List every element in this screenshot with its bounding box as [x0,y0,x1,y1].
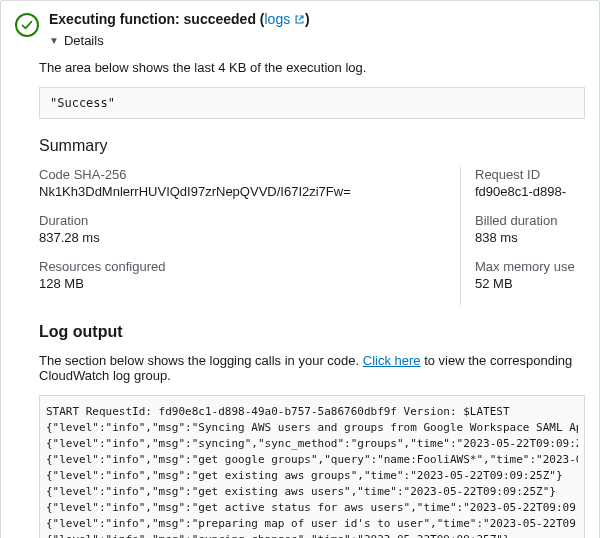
resources-label: Resources configured [39,259,460,274]
log-line: {"level":"info","msg":"syncing","sync_me… [46,436,578,452]
summary-max-memory: Max memory use 52 MB [475,259,585,291]
summary-heading: Summary [39,137,585,155]
triangle-down-icon: ▼ [49,35,59,46]
duration-value: 837.28 ms [39,230,460,245]
billed-label: Billed duration [475,213,585,228]
request-id-label: Request ID [475,167,585,182]
execution-result-panel: Executing function: succeeded (logs ) ▼ … [0,0,600,538]
log-output-heading: Log output [39,323,585,341]
sha-label: Code SHA-256 [39,167,460,182]
title-prefix: Executing function: [49,11,184,27]
resources-value: 128 MB [39,276,460,291]
success-icon [15,13,39,37]
max-mem-value: 52 MB [475,276,585,291]
result-output: "Success" [39,87,585,119]
billed-value: 838 ms [475,230,585,245]
execution-log-description: The area below shows the last 4 KB of th… [39,60,585,75]
summary-sha: Code SHA-256 Nk1Kh3DdMnlerrHUVIQdI97zrNe… [39,167,460,199]
summary-grid: Code SHA-256 Nk1Kh3DdMnlerrHUVIQdI97zrNe… [39,167,585,305]
log-line: {"level":"info","msg":"preparing map of … [46,516,578,532]
log-line: {"level":"info","msg":"get google groups… [46,452,578,468]
summary-duration: Duration 837.28 ms [39,213,460,245]
summary-billed: Billed duration 838 ms [475,213,585,245]
cloudwatch-link[interactable]: Click here [363,353,421,368]
max-mem-label: Max memory use [475,259,585,274]
details-toggle[interactable]: ▼ Details [49,33,585,48]
details-label: Details [64,33,104,48]
log-line: {"level":"info","msg":"get active status… [46,500,578,516]
panel-title: Executing function: succeeded (logs ) [49,11,585,27]
log-desc-pre: The section below shows the logging call… [39,353,363,368]
log-line: {"level":"info","msg":"get existing aws … [46,468,578,484]
summary-request-id: Request ID fd90e8c1-d898- [475,167,585,199]
panel-content: The area below shows the last 4 KB of th… [1,60,599,538]
log-output-description: The section below shows the logging call… [39,353,585,383]
logs-link[interactable]: logs [265,11,306,27]
log-line: {"level":"info","msg":"syncing changes",… [46,532,578,539]
status-text: succeeded [184,11,256,27]
sha-value: Nk1Kh3DdMnlerrHUVIQdI97zrNepQVVD/I67I2zi… [39,184,460,199]
log-line: START RequestId: fd90e8c1-d898-49a0-b757… [46,404,578,420]
duration-label: Duration [39,213,460,228]
panel-header: Executing function: succeeded (logs ) ▼ … [1,1,599,48]
log-output-box: START RequestId: fd90e8c1-d898-49a0-b757… [39,395,585,538]
summary-resources: Resources configured 128 MB [39,259,460,291]
request-id-value: fd90e8c1-d898- [475,184,585,199]
log-line: {"level":"info","msg":"get existing aws … [46,484,578,500]
external-link-icon [294,14,305,25]
logs-link-label: logs [265,11,291,27]
log-line: {"level":"info","msg":"Syncing AWS users… [46,420,578,436]
